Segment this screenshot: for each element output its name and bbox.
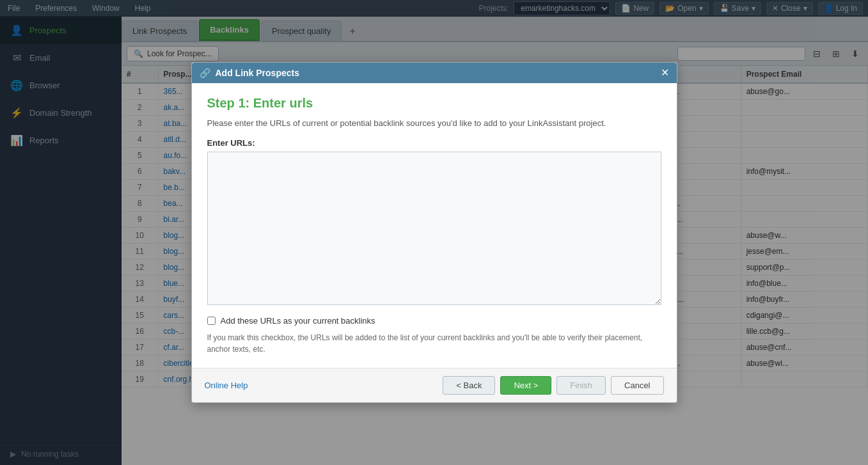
modal-body: Step 1: Enter urls Please enter the URLs… (192, 83, 677, 368)
cancel-button[interactable]: Cancel (611, 376, 663, 395)
modal-close-button[interactable]: ✕ (661, 68, 669, 78)
modal-icon: 🔗 (200, 68, 210, 78)
finish-button: Finish (556, 376, 606, 395)
modal-footer: Online Help < Back Next > Finish Cancel (192, 368, 677, 402)
checkbox-row: Add these URLs as your current backlinks (207, 316, 661, 326)
step-description: Please enter the URLs of current or pote… (207, 118, 661, 128)
footer-buttons: < Back Next > Finish Cancel (443, 376, 663, 395)
add-link-prospects-modal: 🔗 Add Link Prospects ✕ Step 1: Enter url… (191, 62, 677, 403)
backlinks-checkbox[interactable] (207, 317, 216, 325)
step-title: Step 1: Enter urls (207, 96, 661, 111)
modal-overlay: 🔗 Add Link Prospects ✕ Step 1: Enter url… (0, 0, 868, 465)
modal-header: 🔗 Add Link Prospects ✕ (192, 63, 677, 83)
checkbox-label[interactable]: Add these URLs as your current backlinks (221, 316, 375, 326)
back-button[interactable]: < Back (443, 376, 495, 395)
url-label: Enter URLs: (207, 138, 661, 148)
url-textarea[interactable] (207, 152, 661, 305)
modal-title: 🔗 Add Link Prospects (200, 68, 299, 78)
next-button[interactable]: Next > (500, 376, 551, 395)
checkbox-description: If you mark this checkbox, the URLs will… (207, 332, 661, 355)
online-help-link[interactable]: Online Help (205, 381, 248, 390)
